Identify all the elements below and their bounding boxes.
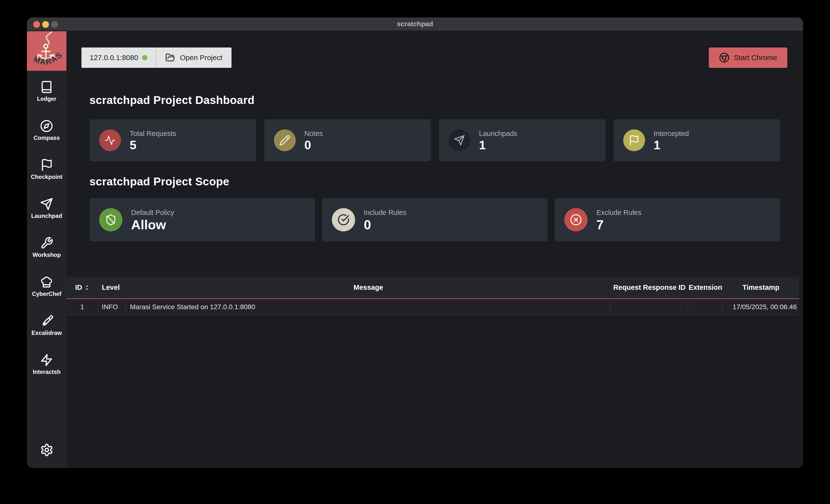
zap-icon <box>40 354 53 367</box>
proxy-address-group: 127.0.0.1:8080 Open Project <box>82 47 231 68</box>
proxy-address: 127.0.0.1:8080 <box>90 54 138 62</box>
sidebar-item-label: Excalidraw <box>32 330 62 336</box>
chrome-icon <box>719 52 730 63</box>
scope-label: Exclude Rules <box>596 209 641 216</box>
sidebar-item-checkpoint[interactable]: Checkpoint <box>31 159 63 198</box>
start-chrome-label: Start Chrome <box>734 54 777 62</box>
flag-icon <box>623 129 645 151</box>
sidebar-item-cyberchef[interactable]: CyberChef <box>32 275 61 314</box>
column-header-level[interactable]: Level <box>98 283 126 292</box>
main-content: 127.0.0.1:8080 Open Project Start Chrome… <box>66 31 803 467</box>
scope-card-include-rules: Include Rules 0 <box>322 198 548 241</box>
sidebar-item-label: Checkpoint <box>31 173 63 180</box>
close-window-button[interactable] <box>33 21 40 28</box>
scope-title: scratchpad Project Scope <box>90 175 803 188</box>
stats-row: Total Requests 5 Notes 0 <box>90 119 780 161</box>
sidebar-item-launchpad[interactable]: Launchpad <box>31 198 62 236</box>
titlebar: scratchpad <box>27 18 803 31</box>
send-icon <box>448 129 470 151</box>
stat-card-launchpads: Launchpads 1 <box>439 119 606 161</box>
sort-icon <box>84 285 90 291</box>
column-header-id[interactable]: ID <box>66 283 98 292</box>
gear-icon <box>40 443 54 457</box>
book-icon <box>40 80 53 94</box>
column-header-message[interactable]: Message <box>126 283 611 292</box>
stat-label: Total Requests <box>130 130 176 138</box>
activity-icon <box>99 129 121 151</box>
app-window: scratchpad MARASI <box>27 18 803 468</box>
stat-label: Launchpads <box>479 130 517 138</box>
pencil-icon <box>274 129 296 151</box>
stat-label: Intercepted <box>654 130 689 138</box>
sidebar: MARASI Ledger Compass Checkpoint <box>27 31 66 467</box>
send-icon <box>40 198 53 210</box>
log-cell-level: INFO <box>98 299 126 315</box>
stat-card-notes: Notes 0 <box>264 119 431 161</box>
compass-icon <box>40 120 53 133</box>
traffic-lights <box>33 21 58 28</box>
flag-icon <box>40 159 53 172</box>
stat-card-total-requests: Total Requests 5 <box>90 119 256 161</box>
proxy-status-dot <box>142 55 148 60</box>
stat-value: 0 <box>305 139 323 151</box>
folder-open-icon <box>165 53 175 63</box>
stat-value: 1 <box>654 139 689 151</box>
scope-card-default-policy: Default Policy Allow <box>90 198 315 241</box>
column-header-extension[interactable]: Extension <box>688 283 723 292</box>
log-cell-request-response-id <box>611 299 688 315</box>
anchor-logo-icon: MARASI <box>27 31 66 71</box>
sidebar-item-workshop[interactable]: Workshop <box>32 236 61 275</box>
log-cell-id: 1 <box>66 299 98 315</box>
scope-value: 7 <box>596 218 641 231</box>
minimize-window-button[interactable] <box>42 21 49 28</box>
check-circle-icon <box>332 208 355 231</box>
paintbrush-icon <box>40 314 53 328</box>
proxy-address-button[interactable]: 127.0.0.1:8080 <box>82 47 156 68</box>
sidebar-item-ledger[interactable]: Ledger <box>37 80 56 120</box>
sidebar-item-label: Launchpad <box>31 212 62 219</box>
chef-hat-icon <box>40 275 53 289</box>
stat-value: 1 <box>479 139 517 151</box>
sidebar-item-label: Ledger <box>37 96 56 102</box>
sidebar-item-label: Workshop <box>32 251 61 258</box>
sidebar-item-interactsh[interactable]: Interactsh <box>33 354 61 393</box>
sidebar-item-label: CyberChef <box>32 291 61 297</box>
sidebar-item-excalidraw[interactable]: Excalidraw <box>32 314 62 354</box>
scope-label: Include Rules <box>364 209 407 216</box>
stat-value: 5 <box>130 139 176 151</box>
scope-value: Allow <box>131 218 174 231</box>
wrench-icon <box>40 236 53 249</box>
settings-button[interactable] <box>27 443 66 457</box>
sidebar-nav: Ledger Compass Checkpoint Launchpad Work… <box>27 71 66 393</box>
scope-value: 0 <box>364 218 407 231</box>
marasi-logo: MARASI <box>27 31 66 71</box>
window-title: scratchpad <box>397 20 433 28</box>
stat-card-intercepted: Intercepted 1 <box>613 119 780 161</box>
scope-row: Default Policy Allow Include Rules 0 <box>90 198 780 241</box>
log-table-row[interactable]: 1 INFO Marasi Service Started on 127.0.0… <box>66 299 799 315</box>
toolbar: 127.0.0.1:8080 Open Project Start Chrome <box>82 47 787 68</box>
sidebar-item-label: Interactsh <box>33 369 61 375</box>
zoom-window-button[interactable] <box>51 21 58 28</box>
scope-card-exclude-rules: Exclude Rules 7 <box>555 198 780 241</box>
x-circle-icon <box>564 208 587 231</box>
log-table: ID Level Message Request Response ID Ext… <box>66 277 799 315</box>
sidebar-item-label: Compass <box>33 134 60 141</box>
log-cell-extension <box>688 299 723 315</box>
log-cell-message: Marasi Service Started on 127.0.0.1:8080 <box>126 299 611 315</box>
start-chrome-button[interactable]: Start Chrome <box>709 47 787 68</box>
shield-off-icon <box>99 208 122 231</box>
log-cell-timestamp: 17/05/2025, 00:06:46 <box>723 299 799 315</box>
scope-label: Default Policy <box>131 209 174 216</box>
column-header-timestamp[interactable]: Timestamp <box>723 283 799 292</box>
column-header-request-response-id[interactable]: Request Response ID <box>611 283 688 292</box>
stat-label: Notes <box>305 130 323 138</box>
log-table-header: ID Level Message Request Response ID Ext… <box>66 277 799 299</box>
open-project-button[interactable]: Open Project <box>156 47 231 68</box>
dashboard-title: scratchpad Project Dashboard <box>90 94 803 107</box>
sidebar-item-compass[interactable]: Compass <box>33 120 60 159</box>
open-project-label: Open Project <box>180 54 222 62</box>
